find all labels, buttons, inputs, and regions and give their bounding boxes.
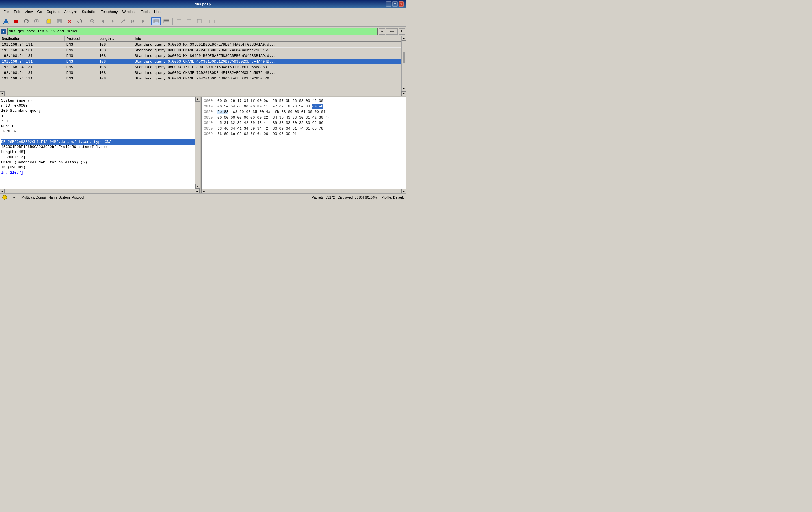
save-button[interactable] [55,17,64,25]
detail-line-highlighted[interactable]: DE126B9CA933020bfcF4A494B6.dataexfil.com… [1,139,199,145]
packet-table-vscroll[interactable]: ▲ ▼ [402,36,406,91]
detail-vscroll-down[interactable]: ▼ [195,184,200,189]
forward-button[interactable] [108,17,118,25]
menu-wireless[interactable]: Wireless [120,9,139,15]
detail-line-3: 100 Standard query [1,108,199,113]
vscroll-up[interactable]: ▲ [402,36,406,41]
open-button[interactable] [45,17,54,25]
detail-panel-hscroll[interactable]: ◀ ▶ [0,189,200,193]
search-button[interactable] [88,17,97,25]
hex-offset-0040: 0040 [204,120,215,126]
menu-statistics[interactable]: Statistics [80,9,99,15]
window-title: dns.pcap [19,2,386,6]
filter-input[interactable]: dns.qry.name.len > 15 and !mdns [7,28,378,35]
detail-line-7: RRs: 0 [1,129,199,134]
col-info[interactable]: Info [133,36,406,41]
stop-button[interactable] [11,17,21,25]
hscroll-right[interactable]: ▶ [402,91,406,96]
menu-capture[interactable]: Capture [45,9,62,15]
menu-view[interactable]: View [22,9,35,15]
zoom-button-2[interactable] [184,17,194,25]
detail-vscroll-up[interactable]: ▲ [195,97,200,102]
detail-line-10: Length: 48] [1,150,199,155]
vscroll-down[interactable]: ▼ [402,87,406,91]
detail-hscroll-left[interactable]: ◀ [0,189,4,193]
svg-marker-12 [78,20,79,21]
table-row[interactable]: 192.168.94.131DNS108Standard query 0x000… [0,70,406,76]
menu-go[interactable]: Go [35,9,44,15]
svg-text:▼: ▼ [3,30,4,33]
cell-protocol: DNS [65,70,97,76]
options-button[interactable] [32,17,41,25]
filter-arrow-button[interactable]: ⟺ [386,28,398,34]
col-protocol[interactable]: Protocol [65,36,97,41]
status-indicator [2,195,7,200]
next-button[interactable] [139,17,148,25]
goto-button[interactable] [118,17,128,25]
cell-length: 108 [97,76,133,82]
cell-destination: 192.168.94.131 [0,76,65,82]
table-row[interactable]: 192.168.94.131DNS108Standard query 0x000… [0,48,406,53]
menu-analyze[interactable]: Analyze [62,9,80,15]
hex-hscroll[interactable]: ◀ ▶ [202,189,406,193]
reload-file-button[interactable] [75,17,85,25]
hex-hscroll-left[interactable]: ◀ [202,189,206,193]
cell-destination: 192.168.94.131 [0,48,65,53]
colorize-button-2[interactable] [162,17,171,25]
close-file-button[interactable] [65,17,75,25]
close-button[interactable]: ✕ [399,1,404,6]
svg-rect-9 [58,22,60,23]
hex-offset-0020: 0020 [204,109,215,115]
minimize-button[interactable]: – [386,1,391,6]
svg-rect-33 [209,20,214,23]
prev-button[interactable] [128,17,138,25]
hex-hscroll-right[interactable]: ▶ [402,189,406,193]
table-row[interactable]: 192.168.94.131DNS108Standard query 0x000… [0,64,406,70]
detail-line-1: System (query) [1,98,199,103]
col-destination[interactable]: Destination [0,36,65,41]
col-length[interactable]: Length ▲ [97,36,133,41]
detail-hscroll-right[interactable]: ▶ [195,189,200,193]
cell-destination: 192.168.94.131 [0,59,65,64]
svg-rect-1 [14,20,18,23]
hex-row-0040: 0040 45 31 32 36 42 39 43 41 39 33 33 30… [204,120,404,126]
menu-telephony[interactable]: Telephony [99,9,120,15]
table-row[interactable]: 192.168.94.131DNS108Standard query 0x000… [0,53,406,59]
hex-bytes-0030: 00 00 00 00 00 00 00 22 34 35 43 33 30 3… [218,115,404,120]
hscroll-left[interactable]: ◀ [0,91,4,96]
filter-icon: ▼ [1,29,6,34]
menu-help[interactable]: Help [152,9,164,15]
menu-tools[interactable]: Tools [139,9,151,15]
filter-clear-button[interactable]: ✕ [379,28,385,34]
shark-fin-button[interactable] [1,17,11,25]
detail-hex-row: System (query) n ID: 0x0003 100 Standard… [0,97,406,193]
cell-destination: 192.168.94.131 [0,53,65,59]
colorize-button-1[interactable] [151,17,161,25]
packet-table-hscroll[interactable]: ◀ ▶ [0,91,406,95]
menu-file[interactable]: File [1,9,11,15]
zoom-button-3[interactable] [195,17,204,25]
svg-marker-6 [47,19,51,20]
time-ref-button[interactable] [207,17,217,25]
reload-capture-button[interactable] [22,17,31,25]
cell-info: Standard query 0x0003 CNAME 204201B0DE4D… [133,76,406,82]
restore-button[interactable]: ❐ [393,1,398,6]
menu-edit[interactable]: Edit [11,9,22,15]
detail-vscroll[interactable]: ▲ ▼ [195,97,200,189]
cell-protocol: DNS [65,76,97,82]
filter-add-button[interactable]: + [399,28,405,34]
svg-marker-19 [132,20,134,23]
status-edit-button[interactable]: ✏ [11,195,17,200]
table-row[interactable]: 192.168.94.131DNS108Standard query 0x000… [0,76,406,82]
cell-length: 108 [97,59,133,64]
zoom-button-1[interactable] [174,17,184,25]
svg-rect-5 [47,20,51,24]
table-row[interactable]: 192.168.94.131DNS108Standard query 0x000… [0,59,406,64]
back-button[interactable] [98,17,108,25]
table-row[interactable]: 192.168.94.131DNS108Standard query 0x000… [0,41,406,48]
detail-line-link[interactable]: In: 21077] [1,170,199,175]
cell-info: Standard query 0x0003 CNAME 45C301B0DE12… [133,59,406,64]
svg-marker-16 [112,20,114,23]
hex-bytes-0020: 5e 83 c3 60 00 35 00 4a fb 33 00 03 01 0… [218,109,404,115]
hex-row-0030: 0030 00 00 00 00 00 00 00 22 34 35 43 33… [204,115,404,120]
